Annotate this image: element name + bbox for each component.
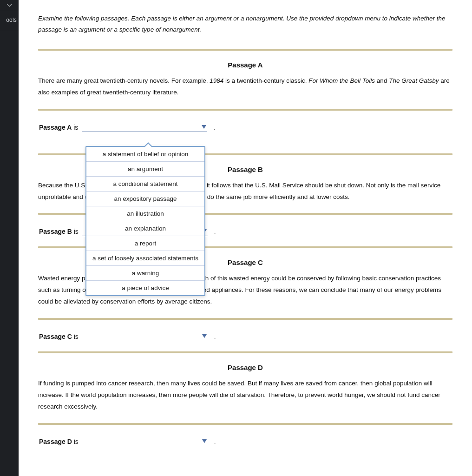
answer-label: Passage D is [39, 438, 79, 445]
divider [38, 318, 452, 320]
dropdown-option[interactable]: an expository passage [86, 192, 204, 206]
dropdown-option[interactable]: an explanation [86, 221, 204, 236]
dropdown-option[interactable]: a piece of advice [86, 281, 204, 295]
text: There are many great twentieth-century n… [38, 77, 210, 84]
text: . [214, 333, 216, 340]
sidebar: ools [0, 0, 19, 476]
text: and [375, 77, 389, 84]
text: . [214, 124, 216, 131]
chevron-down-icon [202, 125, 206, 129]
text: . [214, 438, 216, 445]
answer-label: Passage C is [39, 333, 79, 340]
book-title: For Whom the Bell Tolls [308, 77, 375, 84]
sidebar-item-tools[interactable]: ools [0, 10, 19, 30]
passage-d-body: If funding is pumped into cancer researc… [38, 378, 452, 413]
answer-label: Passage A is [39, 124, 78, 131]
dropdown-option[interactable]: a statement of belief or opinion [86, 147, 204, 162]
sidebar-toggle[interactable] [0, 0, 19, 10]
dropdown-menu[interactable]: a statement of belief or opinion an argu… [85, 146, 205, 296]
passage-a-title: Passage A [38, 61, 452, 69]
chevron-down-icon [202, 334, 207, 338]
answer-label: Passage B is [39, 228, 79, 235]
dropdown-option[interactable]: a report [86, 236, 204, 251]
divider [38, 109, 452, 111]
dropdown-option[interactable]: a conditional statement [86, 177, 204, 192]
passage-a-dropdown[interactable]: placeholder [82, 124, 207, 132]
book-title: The Great Gatsby [389, 77, 439, 84]
divider [38, 423, 452, 425]
passage-d-answer: Passage D is placeholder . [39, 438, 452, 446]
divider [38, 49, 452, 51]
chevron-down-icon [202, 439, 207, 443]
passage-c-dropdown[interactable]: placeholder [82, 333, 208, 341]
dropdown-option[interactable]: an illustration [86, 206, 204, 221]
passage-d-dropdown[interactable]: placeholder [82, 438, 208, 446]
dropdown-option[interactable]: a set of loosely associated statements [86, 251, 204, 266]
passage-d-title: Passage D [38, 364, 452, 371]
instructions: Examine the following passages. Each pas… [38, 13, 452, 36]
text: . [214, 228, 216, 235]
chevron-down-icon [7, 3, 12, 7]
book-title: 1984 [210, 77, 223, 84]
dropdown-option[interactable]: an argument [86, 162, 204, 177]
content: Examine the following passages. Each pas… [19, 0, 472, 476]
divider [38, 351, 452, 353]
passage-c-answer: Passage C is placeholder . [39, 333, 452, 341]
root: ools Examine the following passages. Eac… [0, 0, 472, 476]
passage-a-answer: Passage A is placeholder . [39, 124, 452, 132]
passage-a-body: There are many great twentieth-century n… [38, 75, 452, 99]
dropdown-option[interactable]: a warning [86, 266, 204, 281]
text: is a twentieth-century classic. [223, 77, 308, 84]
